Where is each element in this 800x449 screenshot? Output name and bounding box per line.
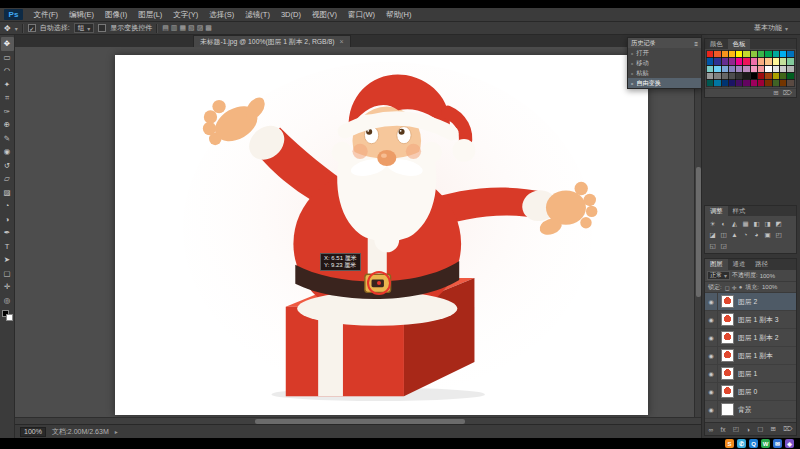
color-swatch[interactable] [765, 58, 771, 64]
layer-thumbnail[interactable] [721, 403, 734, 416]
visibility-eye-icon[interactable]: ◉ [705, 383, 718, 401]
visibility-eye-icon[interactable]: ◉ [705, 347, 718, 365]
crop-tool[interactable]: ⌗ [1, 91, 14, 105]
menu-item[interactable]: 视图(V) [306, 8, 342, 21]
visibility-eye-icon[interactable]: ◉ [705, 401, 718, 419]
menu-item[interactable]: 窗口(W) [342, 8, 380, 21]
adjustment-icon[interactable]: ◰ [773, 229, 784, 240]
color-swatch[interactable] [751, 73, 757, 79]
layer-row[interactable]: ◉图层 0 [705, 383, 796, 401]
color-swatch[interactable] [714, 58, 720, 64]
background-color-swatch[interactable] [6, 314, 13, 321]
visibility-eye-icon[interactable]: ◉ [705, 329, 718, 347]
color-swatch[interactable] [736, 73, 742, 79]
color-swatch[interactable] [707, 80, 713, 86]
color-swatch[interactable] [787, 51, 793, 57]
delete-swatch-icon[interactable]: ⌦ [783, 89, 792, 97]
color-swatch[interactable] [780, 80, 786, 86]
color-swatch[interactable] [758, 58, 764, 64]
adjustment-icon[interactable]: ◩ [773, 218, 784, 229]
layer-thumbnail[interactable] [721, 331, 734, 344]
color-swatch[interactable] [722, 73, 728, 79]
visibility-eye-icon[interactable]: ◉ [705, 311, 718, 329]
layer-thumbnail[interactable] [721, 313, 734, 326]
color-swatch[interactable] [743, 51, 749, 57]
tab-channels[interactable]: 通道 [728, 259, 751, 270]
color-swatch[interactable] [758, 51, 764, 57]
shape-tool[interactable]: ▢ [1, 267, 14, 281]
align-icon[interactable]: ▥ [171, 24, 178, 32]
blend-mode-dropdown[interactable]: 正常 ▾ [707, 271, 730, 280]
color-swatch[interactable] [736, 58, 742, 64]
tab-adjustments[interactable]: 调整 [705, 206, 728, 216]
layers-footer-icon[interactable]: ◑ [746, 426, 750, 433]
color-swatch[interactable] [743, 73, 749, 79]
taskbar-icon[interactable]: ✆ [737, 439, 746, 448]
align-icon[interactable]: ▨ [197, 24, 204, 32]
auto-select-dropdown[interactable]: 组 ▾ [74, 23, 95, 33]
color-swatch[interactable] [743, 66, 749, 72]
quick-select-tool[interactable]: ✦ [1, 78, 14, 92]
color-swatch[interactable] [729, 73, 735, 79]
menu-item[interactable]: 图层(L) [133, 8, 168, 21]
layers-footer-icon[interactable]: ∞ [709, 426, 714, 433]
workspace-switcher[interactable]: 基本功能 ▾ [754, 23, 796, 33]
color-swatch[interactable] [722, 80, 728, 86]
layer-thumbnail[interactable] [721, 385, 734, 398]
layers-footer-icon[interactable]: ▢ [757, 425, 763, 433]
status-arrow-icon[interactable]: ▸ [115, 428, 118, 435]
visibility-eye-icon[interactable]: ◉ [705, 293, 718, 311]
color-swatch[interactable] [780, 58, 786, 64]
layer-thumbnail[interactable] [721, 367, 734, 380]
color-swatch[interactable] [714, 80, 720, 86]
taskbar-icon[interactable]: Q [749, 439, 758, 448]
gradient-tool[interactable]: ▨ [1, 186, 14, 200]
move-tool[interactable]: ✥ [1, 37, 14, 51]
color-swatch[interactable] [729, 66, 735, 72]
taskbar-icon[interactable]: ✉ [773, 439, 782, 448]
color-swatch[interactable] [722, 66, 728, 72]
adjustment-icon[interactable]: ◫ [718, 229, 729, 240]
color-swatch[interactable] [773, 58, 779, 64]
type-tool[interactable]: T [1, 240, 14, 254]
adjustment-icon[interactable]: ▲ [729, 229, 740, 240]
opacity-value[interactable]: 100% [760, 273, 775, 279]
color-swatch[interactable] [736, 80, 742, 86]
adjustment-icon[interactable]: ▦ [740, 218, 751, 229]
layer-row[interactable]: ◉图层 1 副本 3 [705, 311, 796, 329]
color-swatch[interactable] [743, 80, 749, 86]
color-swatch[interactable] [743, 58, 749, 64]
color-swatch[interactable] [714, 51, 720, 57]
history-step[interactable]: ▫粘贴 [628, 68, 701, 78]
color-swatch[interactable] [729, 51, 735, 57]
path-select-tool[interactable]: ➤ [1, 253, 14, 267]
new-swatch-icon[interactable]: ⊞ [773, 89, 778, 97]
color-swatch[interactable] [787, 58, 793, 64]
color-swatch[interactable] [780, 73, 786, 79]
history-step[interactable]: ▫打开 [628, 48, 701, 58]
color-swatch[interactable] [765, 80, 771, 86]
auto-select-checkbox[interactable]: ✓ [28, 24, 36, 32]
adjustment-icon[interactable]: ◕ [751, 229, 762, 240]
tab-styles[interactable]: 样式 [728, 206, 751, 216]
color-swatch[interactable] [751, 51, 757, 57]
taskbar-icon[interactable]: ◈ [785, 439, 794, 448]
layer-thumbnail[interactable] [721, 295, 734, 308]
layer-row[interactable]: ◉图层 1 [705, 365, 796, 383]
color-swatch[interactable] [736, 51, 742, 57]
zoom-tool[interactable]: ◎ [1, 294, 14, 308]
color-swatch[interactable] [780, 51, 786, 57]
color-swatch[interactable] [758, 80, 764, 86]
color-swatch[interactable] [765, 66, 771, 72]
color-swatch[interactable] [707, 66, 713, 72]
pen-tool[interactable]: ✒ [1, 226, 14, 240]
color-swatch[interactable] [758, 66, 764, 72]
adjustment-icon[interactable]: ◐ [718, 218, 729, 229]
adjustment-icon[interactable]: ◔ [740, 229, 751, 240]
tab-layers[interactable]: 图层 [705, 259, 728, 270]
color-swatch[interactable] [722, 51, 728, 57]
color-swatch[interactable] [736, 66, 742, 72]
color-swatch[interactable] [714, 73, 720, 79]
layers-footer-icon[interactable]: fx [720, 426, 725, 433]
color-swatch[interactable] [751, 80, 757, 86]
